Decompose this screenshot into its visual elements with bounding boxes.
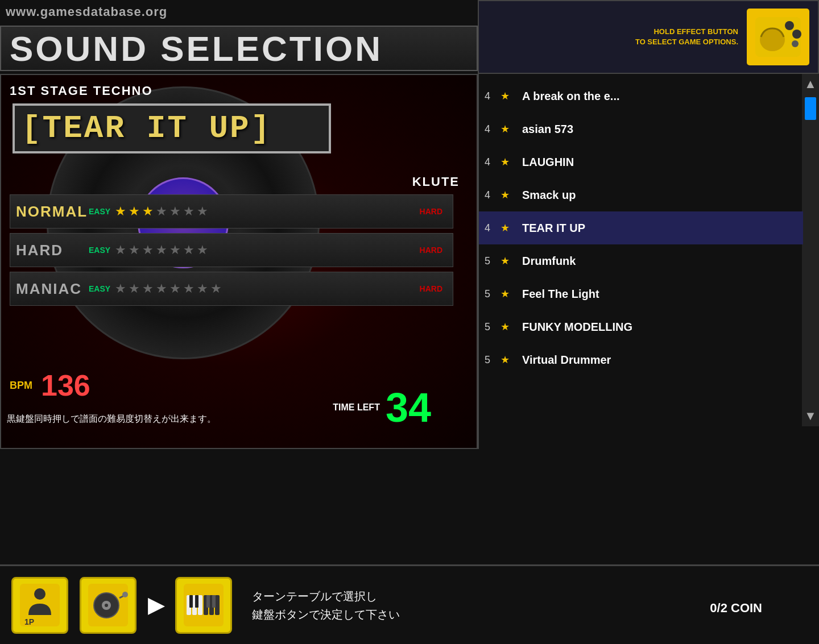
svg-point-13: [122, 592, 128, 597]
svg-rect-17: [198, 595, 202, 615]
stage-info: 1ST STAGE TECHNO: [10, 84, 153, 98]
svg-rect-22: [195, 595, 198, 608]
svg-point-6: [34, 588, 46, 600]
time-left-label: TIME LEFT: [333, 402, 380, 413]
scroll-up-arrow[interactable]: ▲: [804, 77, 817, 92]
arrow-right: ▶: [148, 593, 164, 617]
diff-hard-normal: HARD: [420, 207, 442, 216]
title-bar: SOUND SELECTION: [0, 26, 478, 71]
difficulty-container: NORMAL EASY ★ ★ ★ ★ ★ ★ ★ HARD HARD EASY: [10, 194, 453, 310]
turntable-icon: [80, 577, 136, 634]
left-panel: BEATMANIA 1ST STAGE TECHNO [TEAR IT UP] …: [0, 74, 478, 449]
list-item[interactable]: 4 ★ Smack up: [479, 178, 803, 211]
page-title: SOUND SELECTION: [10, 28, 383, 69]
time-left-value: 34: [386, 384, 431, 431]
svg-rect-23: [206, 595, 210, 608]
svg-point-3: [792, 30, 801, 39]
svg-rect-24: [212, 595, 216, 608]
difficulty-row-normal: NORMAL EASY ★ ★ ★ ★ ★ ★ ★ HARD: [10, 194, 453, 228]
svg-point-11: [105, 604, 108, 607]
japanese-instruction: 黒鍵盤同時押しで譜面の難易度切替えが出来ます。: [7, 413, 216, 425]
game-area: SOUND SELECTION HOLD EFFECT BUTTON TO SE…: [0, 0, 819, 644]
time-left-container: TIME LEFT 34: [333, 384, 431, 431]
bottom-bar: 1P ▶: [0, 564, 819, 644]
song-list: 4 ★ A break on the e... 4 ★ asian 573 4 …: [479, 74, 803, 382]
diff-label-hard: HARD: [16, 242, 84, 259]
top-right-panel: HOLD EFFECT BUTTON TO SELECT GAME OPTION…: [478, 0, 819, 74]
list-item[interactable]: 4 ★ LAUGHIN: [479, 146, 803, 178]
song-title: [TEAR IT UP]: [22, 110, 271, 147]
bpm-value: 136: [41, 368, 90, 402]
list-item[interactable]: 5 ★ Drumfunk: [479, 244, 803, 277]
list-item[interactable]: 5 ★ FUNKY MODELLING: [479, 310, 803, 343]
effect-button-icon: [747, 9, 809, 65]
diff-label-maniac: MANIAC: [16, 280, 84, 298]
svg-rect-21: [189, 595, 193, 608]
artist-name: KLUTE: [412, 174, 460, 189]
right-panel: ▲ ▼ 4 ★ A break on the e... 4 ★ asian 57…: [478, 74, 819, 449]
diff-hard-maniac: HARD: [420, 284, 442, 293]
diff-easy-maniac: EASY: [89, 284, 110, 293]
effect-hint-text: HOLD EFFECT BUTTON TO SELECT GAME OPTION…: [635, 27, 738, 47]
diff-easy-hard: EASY: [89, 246, 110, 255]
svg-rect-20: [215, 595, 220, 615]
watermark: www.gamesdatabase.org: [6, 5, 167, 19]
stars-hard: ★ ★ ★ ★ ★ ★ ★: [115, 243, 208, 257]
stars-normal: ★ ★ ★ ★ ★ ★ ★: [115, 204, 208, 219]
song-title-box: [TEAR IT UP]: [13, 103, 331, 153]
svg-point-2: [785, 21, 794, 30]
diff-hard-hard: HARD: [420, 246, 442, 255]
bpm-label: BPM: [10, 380, 32, 392]
stars-maniac: ★ ★ ★ ★ ★ ★ ★ ★: [115, 281, 222, 296]
svg-point-4: [792, 40, 799, 47]
list-item[interactable]: 5 ★ Virtual Drummer: [479, 343, 803, 376]
keyboard-icon: [175, 577, 232, 634]
diff-easy-normal: EASY: [89, 207, 110, 216]
bottom-instructions: ターンテーブルで選択し 鍵盤ボタンで決定して下さい: [252, 587, 400, 624]
scroll-down-arrow[interactable]: ▼: [804, 409, 817, 423]
player-1-icon: 1P: [11, 577, 68, 634]
bpm-box: BPM 136: [10, 368, 90, 402]
coin-info: 0/2 COIN: [710, 601, 762, 616]
list-item-selected[interactable]: 4 ★ TEAR IT UP: [479, 211, 803, 244]
diff-label-normal: NORMAL: [16, 203, 84, 221]
list-item[interactable]: 5 ★ Feel The Light: [479, 277, 803, 310]
scroll-thumb: [805, 97, 816, 120]
svg-text:1P: 1P: [24, 617, 34, 626]
list-item[interactable]: 4 ★ asian 573: [479, 113, 803, 146]
list-item[interactable]: 4 ★ A break on the e...: [479, 80, 803, 113]
difficulty-row-hard: HARD EASY ★ ★ ★ ★ ★ ★ ★ HARD: [10, 233, 453, 267]
difficulty-row-maniac: MANIAC EASY ★ ★ ★ ★ ★ ★ ★ ★ HARD: [10, 272, 453, 306]
scroll-track: ▲ ▼: [802, 74, 819, 426]
